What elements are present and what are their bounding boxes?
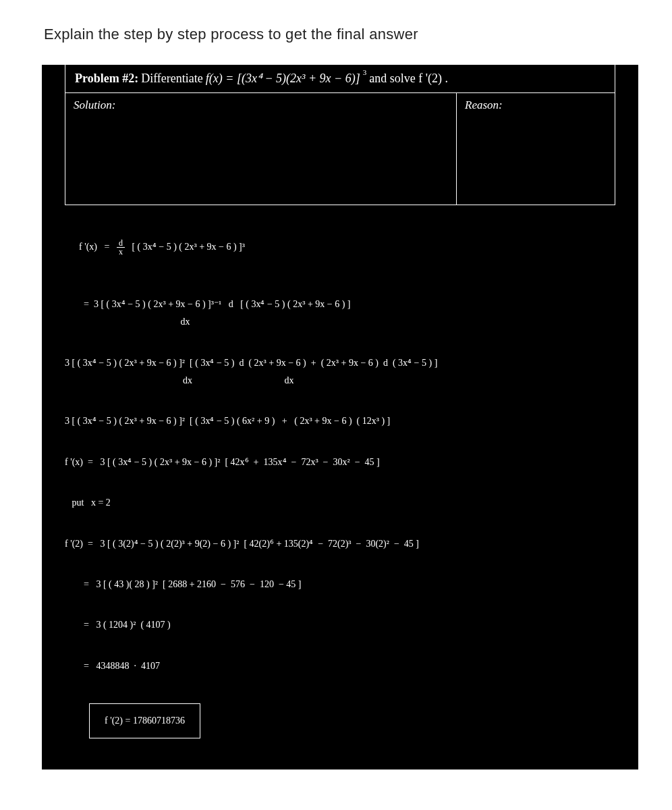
derivative-fraction: dx bbox=[117, 239, 125, 256]
step-2-dx: dx bbox=[65, 315, 618, 329]
step-8: = 3 ( 1204 )² ( 4107 ) bbox=[65, 618, 618, 632]
problem-box: Problem #2: Differentiate f(x) = [(3x⁴ −… bbox=[65, 63, 615, 205]
step-2: = 3 [ ( 3x⁴ − 5 ) ( 2x³ + 9x − 6 ) ]³⁻¹ … bbox=[65, 297, 618, 312]
solution-row: Solution: Reason: bbox=[65, 93, 615, 205]
solution-cell: Solution: bbox=[65, 93, 457, 205]
step-4: 3 [ ( 3x⁴ − 5 ) ( 2x³ + 9x − 6 ) ]² [ ( … bbox=[65, 414, 618, 429]
problem-label: Problem #2: bbox=[75, 72, 138, 86]
problem-exponent: 3 bbox=[363, 68, 367, 76]
step-3: 3 [ ( 3x⁴ − 5 ) ( 2x³ + 9x − 6 ) ]² [ ( … bbox=[65, 356, 618, 371]
step-3-dx: dx dx bbox=[65, 373, 618, 388]
put-x: put x = 2 bbox=[65, 495, 618, 510]
step-7: = 3 [ ( 43 )( 28 ) ]² [ 2688 + 2160 − 57… bbox=[65, 577, 618, 592]
step-9: = 4348848 · 4107 bbox=[65, 659, 618, 674]
problem-function: f(x) = [(3x⁴ − 5)(2x³ + 9x − 6)] bbox=[206, 71, 360, 86]
handwritten-work: f '(x) = dx [ ( 3x⁴ − 5 ) ( 2x³ + 9x − 6… bbox=[42, 207, 638, 738]
step-1: f '(x) = dx [ ( 3x⁴ − 5 ) ( 2x³ + 9x − 6… bbox=[65, 224, 618, 271]
final-answer-box: f '(2) = 17860718736 bbox=[89, 703, 200, 738]
frac-bot: x bbox=[117, 248, 125, 256]
problem-text-before: Differentiate bbox=[141, 72, 203, 86]
reason-cell: Reason: bbox=[457, 93, 615, 205]
step-6: f '(2) = 3 [ ( 3(2)⁴ − 5 ) ( 2(2)³ + 9(2… bbox=[65, 537, 618, 551]
work-area: Problem #2: Differentiate f(x) = [(3x⁴ −… bbox=[42, 65, 638, 770]
step-1-left: f '(x) = bbox=[79, 242, 117, 252]
problem-text-after: and solve f '(2) . bbox=[369, 72, 448, 86]
problem-statement: Problem #2: Differentiate f(x) = [(3x⁴ −… bbox=[65, 64, 615, 93]
page-title: Explain the step by step process to get … bbox=[0, 0, 672, 43]
step-1-right: [ ( 3x⁴ − 5 ) ( 2x³ + 9x − 6 ) ]³ bbox=[125, 242, 245, 252]
step-5: f '(x) = 3 [ ( 3x⁴ − 5 ) ( 2x³ + 9x − 6 … bbox=[65, 455, 618, 470]
